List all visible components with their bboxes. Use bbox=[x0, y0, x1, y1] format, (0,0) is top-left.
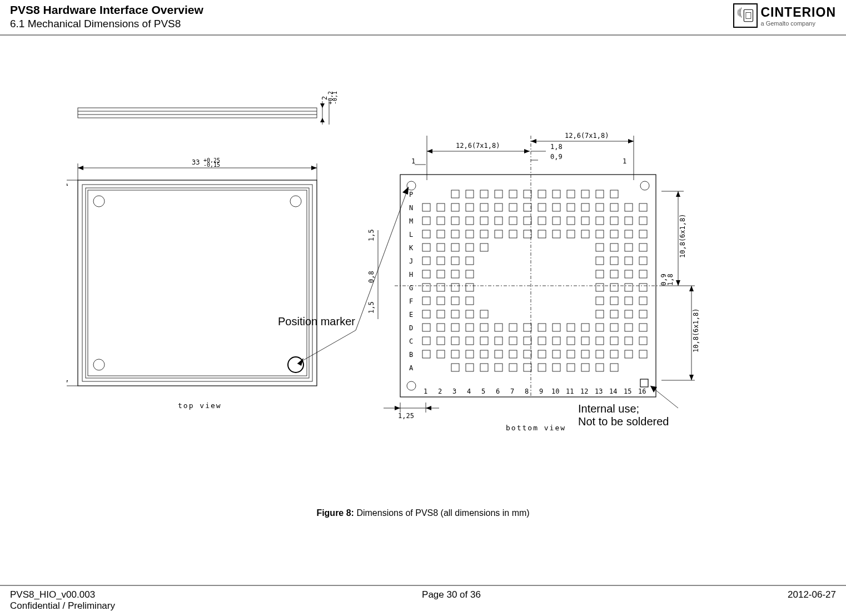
svg-text:9: 9 bbox=[539, 388, 543, 395]
svg-text:K: K bbox=[409, 244, 414, 252]
svg-rect-92 bbox=[553, 190, 560, 198]
svg-marker-11 bbox=[311, 166, 317, 170]
svg-text:6: 6 bbox=[496, 388, 500, 395]
svg-rect-246 bbox=[495, 364, 502, 371]
svg-marker-15 bbox=[67, 180, 68, 186]
svg-rect-189 bbox=[466, 310, 474, 318]
svg-rect-198 bbox=[466, 324, 474, 331]
svg-text:7: 7 bbox=[510, 388, 514, 395]
pad-array bbox=[422, 190, 647, 371]
svg-rect-239 bbox=[596, 350, 604, 358]
svg-rect-99 bbox=[451, 203, 459, 211]
svg-rect-154 bbox=[422, 257, 430, 265]
svg-rect-204 bbox=[553, 324, 560, 331]
svg-marker-45 bbox=[676, 191, 680, 197]
svg-text:L: L bbox=[409, 231, 413, 239]
svg-rect-248 bbox=[524, 364, 531, 371]
svg-line-259 bbox=[356, 187, 409, 330]
svg-text:H: H bbox=[409, 271, 413, 279]
svg-rect-143 bbox=[625, 230, 633, 238]
svg-rect-233 bbox=[509, 350, 517, 358]
page-footer: PVS8_HIO_v00.003 Confidential / Prelimin… bbox=[0, 585, 846, 612]
dim-1-8: 1,8 bbox=[550, 143, 563, 151]
svg-rect-129 bbox=[422, 230, 430, 238]
svg-rect-250 bbox=[553, 364, 560, 371]
svg-rect-94 bbox=[581, 190, 589, 198]
svg-rect-86 bbox=[466, 190, 474, 198]
svg-rect-196 bbox=[437, 324, 445, 331]
svg-text:13: 13 bbox=[595, 388, 603, 395]
svg-marker-33 bbox=[427, 149, 432, 153]
dim-1-5b: 1,5 bbox=[367, 301, 375, 314]
svg-rect-158 bbox=[596, 257, 604, 265]
svg-rect-148 bbox=[466, 244, 474, 251]
svg-rect-223 bbox=[596, 337, 604, 345]
svg-marker-16 bbox=[67, 380, 68, 386]
svg-rect-174 bbox=[596, 284, 604, 291]
figure-text: Dimensions of PVS8 (all dimensions in mm… bbox=[356, 508, 529, 518]
svg-rect-132 bbox=[466, 230, 474, 238]
svg-point-255 bbox=[640, 181, 649, 190]
svg-rect-209 bbox=[625, 324, 633, 331]
svg-text:14: 14 bbox=[609, 388, 617, 395]
footer-page: Page 30 of 36 bbox=[422, 589, 481, 612]
svg-rect-22 bbox=[88, 190, 307, 376]
svg-rect-237 bbox=[567, 350, 575, 358]
svg-marker-34 bbox=[524, 149, 530, 153]
svg-marker-46 bbox=[676, 280, 680, 286]
svg-rect-238 bbox=[581, 350, 589, 358]
svg-rect-175 bbox=[610, 284, 618, 291]
svg-text:12: 12 bbox=[580, 388, 588, 395]
svg-rect-107 bbox=[567, 203, 575, 211]
svg-rect-170 bbox=[422, 284, 430, 291]
svg-rect-20 bbox=[82, 185, 312, 381]
svg-rect-123 bbox=[567, 217, 575, 225]
svg-text:15: 15 bbox=[624, 388, 631, 395]
svg-rect-200 bbox=[495, 324, 502, 331]
dim-1-right: 1 bbox=[623, 157, 626, 165]
svg-rect-105 bbox=[538, 203, 546, 211]
svg-rect-228 bbox=[437, 350, 445, 358]
dim-pitch-y-bot: 10,8(6x1,8) bbox=[692, 309, 700, 352]
svg-rect-207 bbox=[596, 324, 604, 331]
page-header: PVS8 Hardware Interface Overview 6.1 Mec… bbox=[0, 0, 846, 36]
svg-rect-252 bbox=[581, 364, 589, 371]
svg-text:3: 3 bbox=[452, 388, 456, 395]
svg-text:E: E bbox=[409, 311, 413, 319]
annotation-position-marker: Position marker bbox=[278, 315, 355, 328]
svg-rect-100 bbox=[466, 203, 474, 211]
svg-rect-115 bbox=[451, 217, 459, 225]
svg-marker-260 bbox=[402, 187, 409, 195]
svg-rect-221 bbox=[567, 337, 575, 345]
svg-rect-217 bbox=[509, 337, 517, 345]
svg-rect-153 bbox=[639, 244, 647, 251]
section-title: 6.1 Mechanical Dimensions of PVS8 bbox=[10, 18, 203, 30]
svg-rect-241 bbox=[625, 350, 633, 358]
brand-name: CINTERION bbox=[761, 5, 837, 20]
svg-rect-131 bbox=[451, 230, 459, 238]
svg-rect-231 bbox=[480, 350, 488, 358]
svg-text:5: 5 bbox=[481, 388, 485, 395]
svg-rect-206 bbox=[581, 324, 589, 331]
svg-rect-19 bbox=[78, 180, 317, 386]
svg-rect-188 bbox=[451, 310, 459, 318]
svg-rect-120 bbox=[524, 217, 531, 225]
svg-rect-108 bbox=[581, 203, 589, 211]
svg-rect-211 bbox=[422, 337, 430, 345]
svg-rect-149 bbox=[480, 244, 488, 251]
svg-text:F: F bbox=[409, 297, 413, 305]
dim-pitch-y-top: 10,8(6x1,8) bbox=[679, 214, 686, 258]
svg-rect-165 bbox=[466, 270, 474, 278]
svg-text:D: D bbox=[409, 324, 413, 332]
top-view-label: top view bbox=[178, 401, 222, 410]
svg-rect-133 bbox=[480, 230, 488, 238]
svg-text:J: J bbox=[409, 257, 413, 265]
svg-marker-53 bbox=[395, 406, 400, 410]
svg-rect-155 bbox=[437, 257, 445, 265]
svg-rect-213 bbox=[451, 337, 459, 345]
svg-rect-187 bbox=[437, 310, 445, 318]
figure-caption: Figure 8: Dimensions of PVS8 (all dimens… bbox=[0, 508, 846, 518]
svg-rect-224 bbox=[610, 337, 618, 345]
svg-rect-138 bbox=[553, 230, 560, 238]
svg-rect-157 bbox=[466, 257, 474, 265]
